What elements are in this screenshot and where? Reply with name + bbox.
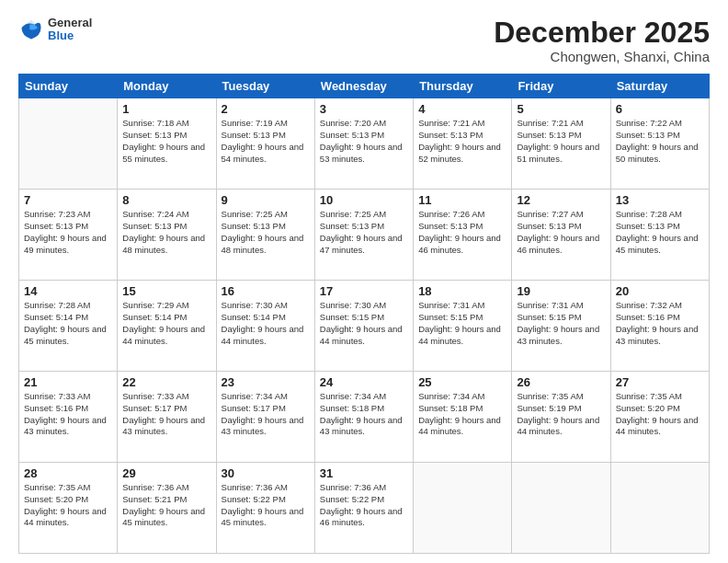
calendar-cell: 18 Sunrise: 7:31 AMSunset: 5:15 PMDaylig… <box>414 281 512 372</box>
day-number: 9 <box>222 193 310 207</box>
day-number: 7 <box>24 193 112 207</box>
day-number: 28 <box>24 466 112 480</box>
calendar-cell: 20 Sunrise: 7:32 AMSunset: 5:16 PMDaylig… <box>610 281 709 372</box>
calendar-cell: 30 Sunrise: 7:36 AMSunset: 5:22 PMDaylig… <box>216 463 314 554</box>
day-number: 17 <box>320 284 408 298</box>
day-info: Sunrise: 7:29 AMSunset: 5:14 PMDaylight:… <box>122 300 205 345</box>
day-info: Sunrise: 7:30 AMSunset: 5:15 PMDaylight:… <box>320 300 403 345</box>
col-friday: Friday <box>512 75 610 98</box>
day-number: 15 <box>122 284 210 298</box>
title-block: December 2025 Chongwen, Shanxi, China <box>494 17 710 64</box>
calendar-cell: 27 Sunrise: 7:35 AMSunset: 5:20 PMDaylig… <box>610 372 709 463</box>
day-number: 13 <box>616 193 704 207</box>
day-info: Sunrise: 7:35 AMSunset: 5:19 PMDaylight:… <box>517 391 599 436</box>
day-info: Sunrise: 7:35 AMSunset: 5:20 PMDaylight:… <box>24 482 107 527</box>
calendar-cell: 29 Sunrise: 7:36 AMSunset: 5:21 PMDaylig… <box>118 463 216 554</box>
calendar-table: Sunday Monday Tuesday Wednesday Thursday… <box>18 74 710 554</box>
day-number: 25 <box>418 375 506 389</box>
day-info: Sunrise: 7:21 AMSunset: 5:13 PMDaylight:… <box>418 118 501 163</box>
logo-general: General <box>48 17 92 29</box>
month-title: December 2025 <box>494 17 710 49</box>
day-info: Sunrise: 7:25 AMSunset: 5:13 PMDaylight:… <box>222 209 304 254</box>
calendar-cell: 12 Sunrise: 7:27 AMSunset: 5:13 PMDaylig… <box>512 190 610 281</box>
day-number: 29 <box>122 466 210 480</box>
day-info: Sunrise: 7:28 AMSunset: 5:13 PMDaylight:… <box>616 209 699 254</box>
calendar-week-row: 28 Sunrise: 7:35 AMSunset: 5:20 PMDaylig… <box>19 463 710 554</box>
logo-icon <box>18 17 44 42</box>
day-number: 19 <box>517 284 605 298</box>
day-number: 24 <box>320 375 408 389</box>
calendar-cell: 4 Sunrise: 7:21 AMSunset: 5:13 PMDayligh… <box>414 98 512 190</box>
day-number: 5 <box>517 102 605 116</box>
col-thursday: Thursday <box>414 75 512 98</box>
calendar-cell: 7 Sunrise: 7:23 AMSunset: 5:13 PMDayligh… <box>19 190 118 281</box>
day-number: 10 <box>320 193 408 207</box>
calendar-cell: 15 Sunrise: 7:29 AMSunset: 5:14 PMDaylig… <box>118 281 216 372</box>
day-number: 16 <box>222 284 310 298</box>
day-number: 31 <box>320 466 408 480</box>
day-number: 26 <box>517 375 605 389</box>
day-number: 30 <box>222 466 310 480</box>
day-info: Sunrise: 7:21 AMSunset: 5:13 PMDaylight:… <box>517 118 599 163</box>
day-info: Sunrise: 7:28 AMSunset: 5:14 PMDaylight:… <box>24 300 107 345</box>
day-number: 3 <box>320 102 408 116</box>
day-number: 14 <box>24 284 112 298</box>
calendar-cell: 9 Sunrise: 7:25 AMSunset: 5:13 PMDayligh… <box>216 190 314 281</box>
day-info: Sunrise: 7:30 AMSunset: 5:14 PMDaylight:… <box>222 300 304 345</box>
col-saturday: Saturday <box>610 75 709 98</box>
day-info: Sunrise: 7:23 AMSunset: 5:13 PMDaylight:… <box>24 209 107 254</box>
calendar-cell: 26 Sunrise: 7:35 AMSunset: 5:19 PMDaylig… <box>512 372 610 463</box>
day-info: Sunrise: 7:36 AMSunset: 5:22 PMDaylight:… <box>222 482 304 527</box>
day-number: 23 <box>222 375 310 389</box>
calendar-cell: 19 Sunrise: 7:31 AMSunset: 5:15 PMDaylig… <box>512 281 610 372</box>
calendar-cell: 8 Sunrise: 7:24 AMSunset: 5:13 PMDayligh… <box>118 190 216 281</box>
day-number: 8 <box>122 193 210 207</box>
calendar-cell: 1 Sunrise: 7:18 AMSunset: 5:13 PMDayligh… <box>118 98 216 190</box>
calendar-cell: 13 Sunrise: 7:28 AMSunset: 5:13 PMDaylig… <box>610 190 709 281</box>
logo-blue: Blue <box>48 29 92 42</box>
calendar-cell: 24 Sunrise: 7:34 AMSunset: 5:18 PMDaylig… <box>314 372 413 463</box>
calendar-cell: 16 Sunrise: 7:30 AMSunset: 5:14 PMDaylig… <box>216 281 314 372</box>
logo-text: General Blue <box>48 17 92 43</box>
col-monday: Monday <box>118 75 216 98</box>
calendar-cell: 2 Sunrise: 7:19 AMSunset: 5:13 PMDayligh… <box>216 98 314 190</box>
calendar-cell <box>414 463 512 554</box>
day-number: 21 <box>24 375 112 389</box>
day-info: Sunrise: 7:35 AMSunset: 5:20 PMDaylight:… <box>616 391 699 436</box>
calendar-week-row: 7 Sunrise: 7:23 AMSunset: 5:13 PMDayligh… <box>19 190 710 281</box>
calendar-cell: 6 Sunrise: 7:22 AMSunset: 5:13 PMDayligh… <box>610 98 709 190</box>
day-info: Sunrise: 7:36 AMSunset: 5:22 PMDaylight:… <box>320 482 403 527</box>
day-info: Sunrise: 7:22 AMSunset: 5:13 PMDaylight:… <box>616 118 699 163</box>
day-info: Sunrise: 7:33 AMSunset: 5:17 PMDaylight:… <box>122 391 205 436</box>
calendar-cell: 21 Sunrise: 7:33 AMSunset: 5:16 PMDaylig… <box>19 372 118 463</box>
day-number: 12 <box>517 193 605 207</box>
logo: General Blue <box>18 17 92 43</box>
day-number: 1 <box>122 102 210 116</box>
calendar-cell <box>19 98 118 190</box>
day-info: Sunrise: 7:32 AMSunset: 5:16 PMDaylight:… <box>616 300 699 345</box>
calendar-cell: 31 Sunrise: 7:36 AMSunset: 5:22 PMDaylig… <box>314 463 413 554</box>
day-info: Sunrise: 7:31 AMSunset: 5:15 PMDaylight:… <box>418 300 501 345</box>
calendar-cell <box>512 463 610 554</box>
day-info: Sunrise: 7:36 AMSunset: 5:21 PMDaylight:… <box>122 482 205 527</box>
day-number: 27 <box>616 375 704 389</box>
calendar-cell: 11 Sunrise: 7:26 AMSunset: 5:13 PMDaylig… <box>414 190 512 281</box>
day-number: 2 <box>222 102 310 116</box>
day-info: Sunrise: 7:24 AMSunset: 5:13 PMDaylight:… <box>122 209 205 254</box>
day-info: Sunrise: 7:25 AMSunset: 5:13 PMDaylight:… <box>320 209 403 254</box>
calendar-cell: 25 Sunrise: 7:34 AMSunset: 5:18 PMDaylig… <box>414 372 512 463</box>
day-number: 6 <box>616 102 704 116</box>
day-info: Sunrise: 7:34 AMSunset: 5:18 PMDaylight:… <box>320 391 403 436</box>
day-info: Sunrise: 7:33 AMSunset: 5:16 PMDaylight:… <box>24 391 107 436</box>
day-info: Sunrise: 7:18 AMSunset: 5:13 PMDaylight:… <box>122 118 205 163</box>
calendar-cell: 3 Sunrise: 7:20 AMSunset: 5:13 PMDayligh… <box>314 98 413 190</box>
calendar-cell: 14 Sunrise: 7:28 AMSunset: 5:14 PMDaylig… <box>19 281 118 372</box>
calendar-week-row: 21 Sunrise: 7:33 AMSunset: 5:16 PMDaylig… <box>19 372 710 463</box>
col-wednesday: Wednesday <box>314 75 413 98</box>
day-info: Sunrise: 7:34 AMSunset: 5:18 PMDaylight:… <box>418 391 501 436</box>
calendar-week-row: 1 Sunrise: 7:18 AMSunset: 5:13 PMDayligh… <box>19 98 710 190</box>
day-number: 11 <box>418 193 506 207</box>
col-sunday: Sunday <box>19 75 118 98</box>
header: General Blue December 2025 Chongwen, Sha… <box>18 17 710 64</box>
location: Chongwen, Shanxi, China <box>494 49 710 64</box>
